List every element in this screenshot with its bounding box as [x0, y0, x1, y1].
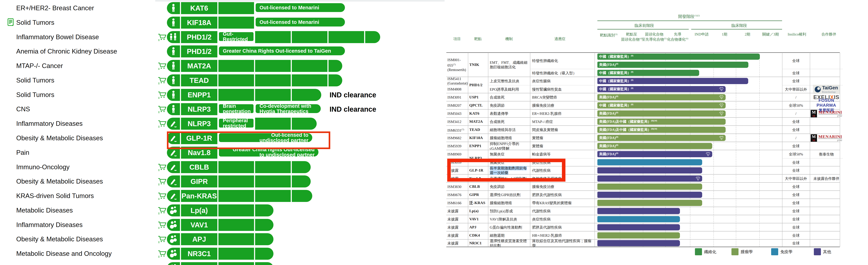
cart-icon: [158, 177, 167, 187]
mechanism-column: 腫瘤細胞增殖: [488, 199, 530, 207]
stage-bar: [597, 224, 680, 230]
indication-label: CNS: [16, 103, 30, 115]
item-id: ISM4808: [447, 87, 461, 91]
item-column: ISM5411 (Garutadustat) ISM4808: [446, 77, 468, 93]
partner-column: [810, 215, 843, 223]
stage-segment: [218, 176, 254, 187]
pen-signing-icon: [169, 163, 178, 171]
rights-cell: 全球: [782, 69, 810, 77]
rights-column: 全球: [782, 207, 810, 215]
bar-approval-label: 美國(FDA)(8): [599, 62, 618, 67]
item-column: ISM6331(7): [446, 126, 468, 134]
item-id: ISM9682: [447, 136, 461, 140]
stage-segment: [255, 190, 291, 202]
pipeline-row: Anemia of Chronic Kidney Disease PHD1/2: [0, 45, 399, 57]
indication-cell: 特發性肺纖維化: [530, 53, 594, 69]
annotation-line: restricted: [223, 123, 250, 128]
item-cell: 未披露: [446, 207, 468, 215]
partner-cell: [810, 166, 843, 175]
indication-label: Solid Tumors: [16, 74, 54, 86]
modality-icon: [167, 204, 180, 216]
indication-label: Solid Tumors: [16, 89, 54, 101]
item-cell: ISM3830: [446, 183, 468, 191]
modality-icon: [167, 2, 180, 14]
header-line-preclinical: [597, 29, 689, 29]
bar-approval-label: 美國(FDA)(8): [599, 111, 618, 116]
modality-icon: [167, 60, 180, 72]
partner-cell: MMENARINIgroup: [810, 109, 843, 118]
partner-cell: MMENARINIgroup: [810, 134, 843, 142]
indication-column: MTAP-/-癌症: [530, 118, 594, 126]
rights-cell: 全球50%: [782, 101, 810, 109]
rights-cell: 全球: [782, 118, 810, 126]
mechanism-cell: 抑制ENPP1介導的cGAMP降解: [488, 142, 530, 150]
mechanism-cell: 無菌炎症: [488, 150, 530, 158]
target-pill-label: Lp(a): [181, 204, 217, 216]
rights-cell: 大中華區以外: [782, 175, 810, 183]
indication-column: 實體瘤: [530, 142, 594, 150]
indication-label: Metabolic Diseases: [16, 204, 73, 216]
stage-segment: [292, 89, 321, 101]
target-cell: KIF18A: [468, 134, 488, 142]
rights-cell: 全球: [782, 166, 810, 175]
mechanism-column: 腫瘤細胞增殖: [488, 134, 530, 142]
indication-column: 炎症性腸病慢性腎臟病性貧血: [530, 77, 594, 93]
annotation-line: to undisclosed partner: [223, 152, 315, 157]
pipeline-row: Inflammatory Diseases: [0, 118, 399, 130]
partner-column: [810, 240, 843, 247]
stage-bar: [597, 192, 702, 198]
annotation-line: Brain: [223, 103, 250, 109]
cart-icon: [158, 162, 167, 173]
cart-icon: [158, 206, 167, 216]
item-cell: ISM9682: [446, 134, 468, 142]
stage-segment: [218, 60, 254, 72]
item-cell: ISM8207: [446, 101, 468, 109]
program-row: 未披露 Lp(a) 預防Lp(a)形成 代謝性疾病: [446, 207, 840, 215]
mechanism-column: 選擇性GIPR拮抗劑: [488, 191, 530, 198]
stage-segment: [218, 248, 254, 260]
stage-bar: 中國（國家藥監局）(8): [597, 70, 699, 76]
program-row: 未披露 NR3C1 選擇性糖皮質激素受體拮抗劑 庫欣綜合症及其他代謝性疾病；腫瘤…: [446, 240, 840, 247]
indication-cell: 實體瘤: [530, 134, 594, 142]
legend-label: 腫瘤學: [741, 249, 753, 255]
program-row: ISM8207 QPCTL 免疫調節 腫瘤免疫治療 中國（國家藥: [446, 101, 840, 109]
item-column: ISM0676: [446, 191, 468, 198]
mechanism-cell: 腫瘤細胞增殖: [488, 199, 530, 207]
partner-column: [810, 223, 843, 231]
item-id: ISM3091: [447, 95, 461, 100]
mechanism-cell: 合成致死: [488, 118, 530, 126]
partner-cell: [810, 183, 843, 191]
partner-cell: [810, 126, 843, 134]
stage-segment: [218, 161, 254, 173]
mechanism-cell: 預防Lp(a)形成: [488, 207, 530, 215]
stage-bar: 美國(FDA)(8): [597, 143, 712, 149]
indication-column: HR+/HER2-乳腺癌: [530, 232, 594, 239]
rights-column: 全球: [782, 166, 810, 174]
prospectus-table-right: 開發階段(1)(2) 臨床前階段 臨床階段 項目靶點機制適應症 靶點識別(3)靶…: [443, 0, 868, 265]
annotation-line: Out-licensed to Menarini: [259, 5, 341, 10]
item-id: ISM8207: [447, 103, 461, 108]
rights-cell: 全球: [782, 126, 810, 134]
item-cell: ISM6331(7): [446, 126, 468, 134]
indication-label: Metabolic Disease and Oncology: [16, 248, 112, 260]
stage-bar: [597, 176, 702, 182]
stage-segment: [218, 17, 254, 29]
program-row: ISM5411 (Garutadustat) ISM4808 PHD1/2 上皮…: [446, 77, 840, 93]
item-id: ISM0676: [447, 193, 461, 197]
cart-icon: [158, 32, 167, 43]
target-cell: QPCTL: [468, 101, 488, 109]
annotation-line: Greater China Rights Out-licensed to Tai…: [223, 48, 341, 54]
indication-label: Obesity & Metabolic Diseases: [16, 233, 103, 245]
rights-cell: 全球: [782, 240, 810, 247]
partner-cell: [810, 53, 843, 69]
target-cell: ENPP1: [468, 142, 488, 150]
modality-icon: [167, 45, 180, 57]
column-header: 適應症: [540, 37, 579, 41]
stage-segment: [218, 204, 254, 216]
indication-label: Inflammatory Diseases: [16, 219, 83, 231]
pipeline-row: Inflammatory Diseases: [0, 219, 399, 231]
item-id: ISM8969: [447, 152, 461, 156]
partner-cell: 衡泰生物: [810, 150, 843, 158]
rights-column: 全球: [782, 240, 810, 247]
table-bottom-line: [446, 247, 840, 247]
